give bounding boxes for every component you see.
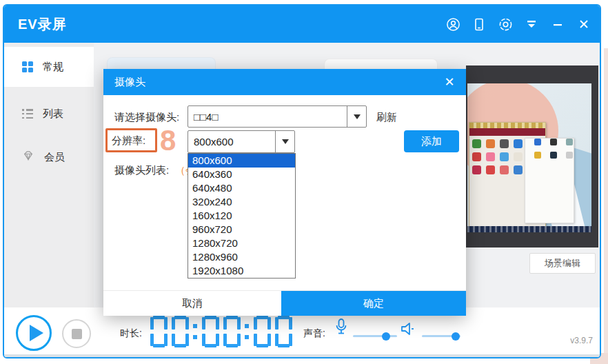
- chevron-down-icon[interactable]: [275, 131, 294, 152]
- app-window: EV录屏: [3, 4, 601, 358]
- mic-volume-thumb[interactable]: [382, 332, 390, 341]
- stop-record-button[interactable]: [62, 319, 91, 348]
- resolution-option[interactable]: 1280x720: [188, 236, 295, 250]
- user-icon[interactable]: [445, 17, 460, 32]
- sidebar-item-label: 会员: [44, 151, 65, 164]
- ok-button[interactable]: 确定: [281, 291, 466, 316]
- camera-list-label: 摄像头列表:: [114, 164, 169, 177]
- microphone-icon[interactable]: [334, 318, 349, 338]
- dialog-close-icon[interactable]: ✕: [441, 74, 458, 90]
- mic-volume-slider[interactable]: [353, 335, 397, 337]
- recording-preview: [466, 65, 598, 247]
- speaker-volume-slider[interactable]: [422, 335, 460, 337]
- desktop-background-edge: [604, 48, 608, 361]
- gear-icon[interactable]: [498, 17, 513, 32]
- resolution-option[interactable]: 960x720: [188, 223, 295, 236]
- diamond-icon: [22, 150, 34, 164]
- preview-screenshot: [467, 83, 591, 232]
- speaker-icon[interactable]: [400, 321, 416, 339]
- camera-select[interactable]: □□4□: [188, 105, 367, 128]
- sidebar-item-general[interactable]: 常规: [4, 47, 94, 87]
- resolution-option[interactable]: 800x600: [188, 154, 295, 168]
- close-icon[interactable]: [576, 17, 591, 32]
- refresh-link[interactable]: 刷新: [376, 111, 397, 124]
- resolution-dropdown-list: 800x600640x360640x480320x240160x120960x7…: [188, 153, 296, 279]
- play-icon: [30, 325, 43, 341]
- resolution-select[interactable]: 800x600: [188, 130, 295, 153]
- chevron-down-icon[interactable]: [347, 106, 366, 127]
- timer-display: [150, 316, 292, 347]
- sidebar-item-list[interactable]: 列表: [4, 94, 94, 134]
- app-title: EV录屏: [18, 15, 67, 34]
- sound-label: 声音:: [303, 327, 325, 340]
- list-icon: [22, 109, 33, 119]
- grid-icon: [22, 61, 33, 72]
- sidebar-item-label: 列表: [43, 108, 63, 121]
- resolution-option[interactable]: 1280x960: [188, 250, 295, 264]
- sidebar-item-vip[interactable]: 会员: [4, 137, 94, 177]
- add-button[interactable]: 添加: [404, 130, 459, 152]
- camera-select-value: □□4□: [194, 106, 219, 127]
- titlebar: EV录屏: [4, 6, 600, 43]
- resolution-option[interactable]: 320x240: [188, 195, 295, 209]
- resolution-label: 分辨率:: [112, 134, 145, 148]
- sidebar-item-label: 常规: [43, 61, 63, 74]
- cancel-button[interactable]: 取消: [103, 291, 281, 316]
- resolution-select-value: 800x600: [194, 131, 234, 152]
- screen: EV录屏: [0, 0, 608, 364]
- collapse-icon[interactable]: [524, 17, 539, 32]
- camera-dialog: 摄像头 ✕ 请选择摄像头: □□4□ 刷新 分辨率: 8 800x600 添加 …: [103, 69, 466, 316]
- preview-taskbar: [467, 226, 591, 232]
- speaker-volume-thumb[interactable]: [452, 332, 460, 341]
- resolution-option[interactable]: 640x480: [188, 181, 295, 195]
- camera-select-label: 请选择摄像头:: [114, 111, 179, 124]
- duration-label: 时长:: [120, 327, 142, 340]
- mobile-icon[interactable]: [472, 17, 487, 32]
- start-record-button[interactable]: [16, 315, 52, 351]
- scene-edit-button[interactable]: 场景编辑: [529, 253, 596, 274]
- stop-icon: [72, 329, 82, 339]
- annotation-number: 8: [160, 124, 176, 157]
- window-bottom-strip: [4, 354, 600, 357]
- sidebar: 常规 列表 会员: [4, 43, 94, 307]
- resolution-option[interactable]: 160x120: [188, 209, 295, 223]
- minimize-icon[interactable]: [550, 17, 565, 32]
- resolution-option[interactable]: 640x360: [188, 168, 295, 181]
- dialog-header: 摄像头 ✕: [103, 69, 466, 95]
- dialog-title: 摄像头: [114, 76, 145, 89]
- version-label: v3.9.7: [570, 336, 593, 345]
- resolution-option[interactable]: 1920x1080: [188, 264, 295, 278]
- dialog-footer: 取消 确定: [103, 290, 466, 316]
